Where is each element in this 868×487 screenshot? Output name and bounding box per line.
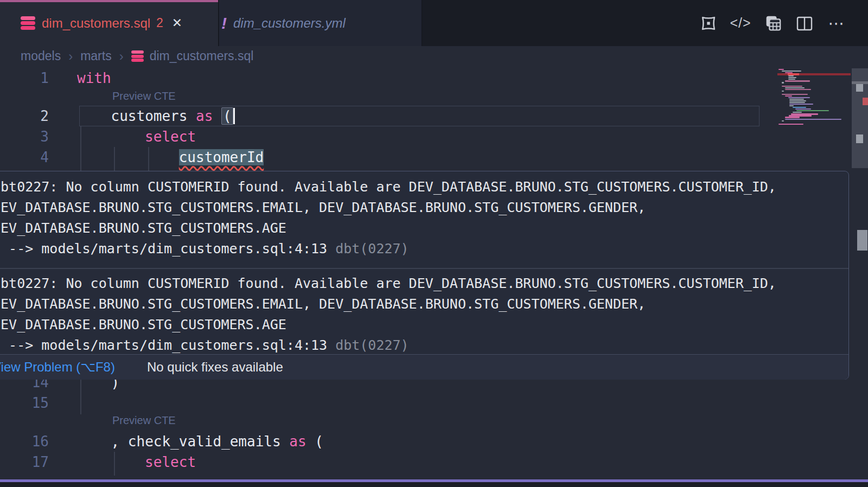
minimap-code-line	[788, 77, 796, 78]
vertical-scrollbar[interactable]	[852, 66, 868, 487]
minimap-code-line	[785, 119, 841, 120]
code-lens-preview-cte[interactable]: Preview CTE	[112, 414, 176, 427]
line-number: 17	[0, 452, 49, 472]
chevron-right-icon: ›	[68, 49, 73, 64]
text-cursor	[233, 108, 235, 124]
minimap-code-line	[782, 91, 784, 92]
error-message-line: DEV_DATABASE.BRUNO.STG_CUSTOMERS.AGE	[0, 218, 839, 239]
code-lens-preview-cte[interactable]: Preview CTE	[112, 90, 176, 102]
minimap-code-line	[793, 107, 806, 108]
minimap-code-line	[789, 102, 805, 103]
code-token: as	[196, 108, 213, 124]
no-quick-fixes-text: No quick fixes available	[147, 355, 283, 380]
diagnostic-source: dbt(0227)	[335, 241, 409, 257]
minimap-code-line	[795, 108, 811, 110]
show-compiled-code-icon[interactable]: </>	[731, 14, 750, 33]
diagnostic-source: dbt(0227)	[335, 337, 409, 353]
database-icon	[21, 16, 35, 30]
line-number: 15	[0, 393, 49, 413]
minimap-code-line	[788, 97, 810, 98]
close-icon[interactable]: ✕	[172, 16, 182, 30]
minimap-code-line	[785, 95, 792, 97]
minimap-code-line	[785, 117, 800, 118]
split-editor-icon[interactable]	[795, 14, 814, 33]
tab-bar: dim_customers.sql 2 ✕ ! dim_customers.ym…	[0, 0, 868, 46]
code-line-17[interactable]: 17select	[0, 452, 776, 472]
database-icon	[131, 50, 144, 62]
more-actions-icon[interactable]: ⋯	[827, 14, 846, 33]
error-message-line: --> models/marts/dim_customers.sql:4:13 …	[0, 239, 839, 259]
line-number: 16	[0, 431, 49, 452]
minimap-code-line	[785, 89, 811, 90]
minimap-code-line	[791, 113, 818, 114]
dbt-icon[interactable]	[699, 14, 718, 33]
code-line-4[interactable]: 4customerId	[0, 147, 776, 168]
tab-modified-badge: 2	[156, 16, 163, 30]
indent-guide	[148, 147, 149, 171]
breadcrumb: models › marts › dim_customers.sql	[0, 46, 868, 66]
code-line-1[interactable]: 1with	[0, 68, 776, 88]
selected-identifier-customerId: customerId	[179, 149, 264, 165]
minimap-code-line	[778, 124, 803, 125]
code-editor[interactable]: 1withPreview CTE2customers as (3select4c…	[0, 66, 868, 487]
line-number: 2	[0, 106, 49, 126]
tab-label: dim_customers.yml	[233, 16, 346, 31]
code-token: as	[289, 433, 306, 450]
code-token: select	[145, 454, 196, 470]
overview-ruler-mark	[857, 230, 867, 251]
minimap-code-line	[782, 71, 801, 72]
breadcrumb-marts[interactable]: marts	[80, 49, 112, 63]
code-token: with	[77, 70, 111, 86]
minimap-code-line	[788, 79, 795, 80]
popup-footer: View Problem (⌥F8) No quick fixes availa…	[0, 354, 848, 380]
copy-as-table-icon[interactable]	[763, 14, 782, 33]
code-token: select	[145, 129, 196, 145]
error-hover-popup: dbt0227: No column CUSTOMERID found. Ava…	[0, 171, 849, 380]
minimap-code-line	[789, 105, 794, 106]
vscode-window: dim_customers.sql 2 ✕ ! dim_customers.ym…	[0, 0, 868, 487]
indent-guide	[80, 380, 81, 414]
minimap-code-line	[782, 120, 784, 121]
error-exclamation-icon: !	[221, 14, 227, 33]
code-token: (	[221, 107, 233, 125]
indent-guide	[114, 452, 115, 476]
error-message-line: dbt0227: No column CUSTOMERID found. Ava…	[0, 177, 839, 197]
error-message-line: DEV_DATABASE.BRUNO.STG_CUSTOMERS.EMAIL, …	[0, 197, 839, 218]
line-number: 1	[0, 68, 49, 88]
minimap-code-line	[785, 87, 805, 88]
code-line-3[interactable]: 3select	[0, 126, 776, 147]
tab-dim-customers-yml[interactable]: ! dim_customers.yml	[219, 0, 422, 46]
chevron-right-icon: ›	[119, 49, 124, 64]
code-line-15[interactable]: 15	[0, 393, 776, 413]
code-token: (	[307, 433, 323, 450]
view-problem-link[interactable]: View Problem (⌥F8)	[0, 355, 115, 380]
indent-guide	[80, 126, 81, 171]
editor-actions: </> ⋯	[699, 0, 846, 46]
minimap-code-line	[785, 80, 810, 81]
error-message-line: --> models/marts/dim_customers.sql:4:13 …	[0, 335, 839, 356]
code-line-2[interactable]: 2customers as (	[0, 106, 776, 126]
code-token: , check_valid_emails	[111, 433, 290, 450]
minimap-code-line	[789, 104, 813, 105]
minimap-code-line	[793, 112, 802, 113]
code-token	[213, 108, 221, 124]
breadcrumb-models[interactable]: models	[21, 49, 61, 63]
code-line-16[interactable]: 16, check_valid_emails as (	[0, 431, 776, 452]
minimap-code-line	[789, 99, 804, 100]
overview-ruler-mark	[863, 98, 868, 105]
tab-label: dim_customers.sql	[42, 16, 150, 31]
tab-dim-customers-sql[interactable]: dim_customers.sql 2 ✕	[0, 0, 219, 46]
overview-ruler-mark	[856, 134, 863, 143]
breadcrumb-filename[interactable]: dim_customers.sql	[150, 49, 254, 63]
indent-guide	[114, 147, 115, 171]
error-message-line: DEV_DATABASE.BRUNO.STG_CUSTOMERS.AGE	[0, 315, 839, 335]
minimap-code-line	[782, 82, 784, 83]
minimap-code-line	[796, 110, 829, 111]
line-number: 3	[0, 126, 49, 147]
minimap-code-line	[789, 115, 812, 116]
panel-area	[0, 482, 868, 487]
minimap-code-line	[789, 100, 806, 101]
minimap-code-line	[782, 94, 808, 95]
line-number: 4	[0, 147, 49, 168]
minimap-code-line	[788, 75, 794, 76]
